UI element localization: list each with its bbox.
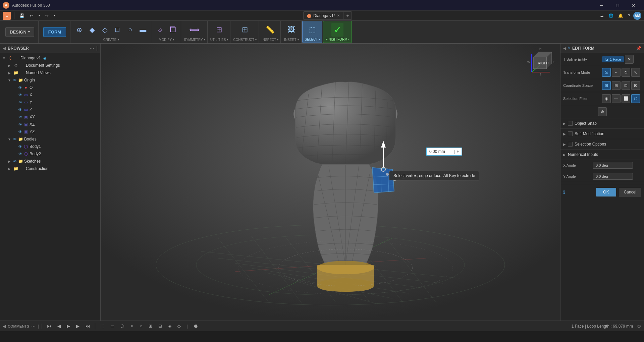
tree-toggle-construction[interactable]: ▶ [7,166,12,171]
notification-button[interactable]: 🔔 [616,13,625,19]
coord-component-button[interactable]: ⊠ [631,81,640,90]
tree-item-xy[interactable]: 👁 ▣ XY [11,113,100,121]
extra-filter-button[interactable]: ⊕ [598,107,607,116]
range-select-button[interactable]: ⊞ [146,322,155,330]
coord-view-button[interactable]: ⊡ [622,81,630,90]
construct-button[interactable]: ⊞ [239,24,251,36]
timeline-prev-button[interactable]: ◀ [55,322,63,330]
tree-item-doc-settings[interactable]: ▶ ⚙ Document Settings [5,62,100,69]
tree-eye-sketches[interactable]: 👁 [13,159,17,163]
create-label[interactable]: CREATE ▾ [103,38,119,42]
selection-opts-checkbox[interactable] [568,142,573,147]
edit-form-pin-icon[interactable]: 📌 [636,46,641,51]
filter-face-button[interactable]: ⬜ [622,94,630,103]
transform-translate-button[interactable]: ↔ [612,68,621,77]
viewport[interactable]: Select vertex, edge or face. Alt Key to … [101,44,560,321]
tree-eye-yz[interactable]: 👁 [18,130,22,134]
tab-close-icon[interactable]: ✕ [337,14,340,17]
create-more-button[interactable]: ▬ [137,24,149,35]
redo-dropdown-button[interactable]: ▾ [52,13,57,18]
app-menu-button[interactable]: ≡ [3,12,11,20]
browser-back-icon-bottom[interactable]: ◀ [3,324,6,329]
tree-eye-origin[interactable]: 👁 [13,78,17,82]
comments-collapse-button[interactable]: | [38,324,39,329]
finish-form-label[interactable]: FINISH FORM ▾ [325,38,350,41]
transform-rotate-button[interactable]: ↻ [622,68,630,77]
final-tool-button[interactable]: ⬣ [192,322,200,330]
measure-value-input[interactable] [429,149,453,154]
modify-main-button[interactable]: ⟐ [154,24,166,36]
coord-world-button[interactable]: ⊞ [602,81,611,90]
filter-vertex-button[interactable]: ◉ [602,94,611,103]
symmetry-label[interactable]: SYMMETRY ▾ [184,38,205,42]
user-button[interactable]: AM [633,12,641,20]
modify-label[interactable]: MODIFY ▾ [159,38,174,42]
comments-options-button[interactable]: ⋯ [31,324,36,329]
settings-button[interactable]: ⚙ [637,324,641,329]
tree-eye-x[interactable]: 👁 [18,93,22,97]
object-snap-checkbox[interactable] [568,121,573,126]
undo-dropdown-button[interactable]: ▾ [37,13,42,18]
tree-item-yz[interactable]: 👁 ▣ YZ [11,128,100,135]
x-angle-input[interactable] [593,162,633,169]
minimize-button[interactable]: ─ [594,1,609,10]
inspect-button[interactable]: 📏 [264,24,276,36]
insert-button[interactable]: 🖼 [285,24,298,36]
inspect-label[interactable]: INSPECT ▾ [262,38,278,42]
tree-item-sketches[interactable]: ▶ 👁 📁 Sketches [5,158,100,165]
coord-local-button[interactable]: ⊟ [612,81,621,90]
timeline-next-button[interactable]: ▶ [74,322,82,330]
soft-mod-checkbox[interactable] [568,131,573,136]
grow-select-button[interactable]: ◈ [166,322,174,330]
numerical-inputs-section[interactable]: ▶ Numerical Inputs [560,150,644,160]
filter-edge-button[interactable]: — [612,94,621,103]
transform-scale-button[interactable]: ⤡ [631,68,640,77]
tree-item-body2[interactable]: 👁 ⬡ Body2 [11,150,100,158]
ok-button[interactable]: OK [596,188,616,196]
form-tab-button[interactable]: FORM [43,27,66,37]
invert-select-button[interactable]: ⊟ [156,322,164,330]
tree-item-origin[interactable]: ▼ 👁 📁 Origin [5,76,100,84]
soft-modification-section[interactable]: ▶ Soft Modification [560,129,644,139]
doc-tab[interactable]: ⬤ Dianoga v1* ✕ [304,12,343,19]
view-cube[interactable]: RIGHT S N E W [527,47,557,77]
tree-eye-body2[interactable]: 👁 [18,152,22,156]
tree-eye-xy[interactable]: 👁 [18,115,22,119]
selection-options-section[interactable]: ▶ Selection Options [560,139,644,150]
save-button[interactable]: 💾 [18,13,26,19]
tree-eye-body1[interactable]: 👁 [18,145,22,149]
transform-free-button[interactable]: ⇲ [602,68,611,77]
network-button[interactable]: 🌐 [607,13,615,19]
timeline-end-button[interactable]: ⏭ [83,322,92,330]
select-button[interactable]: ⬚ [306,24,318,36]
tree-item-xz[interactable]: 👁 ▣ XZ [11,121,100,128]
insert-label[interactable]: INSERT ▾ [284,38,299,42]
tree-item-dianoga[interactable]: ▼ ⬡ Dianoga v1 ◉ [0,54,100,62]
timeline-play-button[interactable]: ▶ [64,322,72,330]
y-angle-input[interactable] [593,173,633,180]
construct-label[interactable]: CONSTRUCT ▾ [233,38,257,42]
design-button[interactable]: DESIGN ▾ [5,27,34,37]
tree-item-body1[interactable]: 👁 ⬡ Body1 [11,143,100,150]
modify-pull-button[interactable]: ⧠ [167,24,179,36]
new-tab-button[interactable]: + [343,12,352,19]
tree-eye-z[interactable]: 👁 [18,108,22,112]
paint-select-button[interactable]: ✦ [128,322,136,330]
select-label[interactable]: SELECT ▾ [305,38,320,41]
tree-toggle-bodies[interactable]: ▼ [7,136,12,142]
cloud-button[interactable]: ☁ [598,13,605,19]
tree-eye-y[interactable]: 👁 [18,100,22,104]
select-tool-button[interactable]: ⬚ [98,322,107,330]
create-box-button[interactable]: ⊕ [73,24,85,35]
tree-eye-bodies[interactable]: 👁 [13,137,17,141]
finish-form-button[interactable]: ✓ [331,23,343,37]
symmetry-button[interactable]: ⟺ [187,24,202,36]
tree-item-bodies[interactable]: ▼ 👁 📁 Bodies [5,135,100,143]
create-body-button[interactable]: ◆ [86,24,98,35]
tree-item-z[interactable]: 👁 ▭ Z [11,106,100,113]
timeline-beginning-button[interactable]: ⏮ [45,322,54,330]
undo-button[interactable]: ↩ [28,13,35,19]
browser-collapse-button[interactable]: | [96,46,98,51]
loop-select-button[interactable]: ○ [138,322,145,330]
tree-toggle-dianoga[interactable]: ▼ [1,55,7,61]
